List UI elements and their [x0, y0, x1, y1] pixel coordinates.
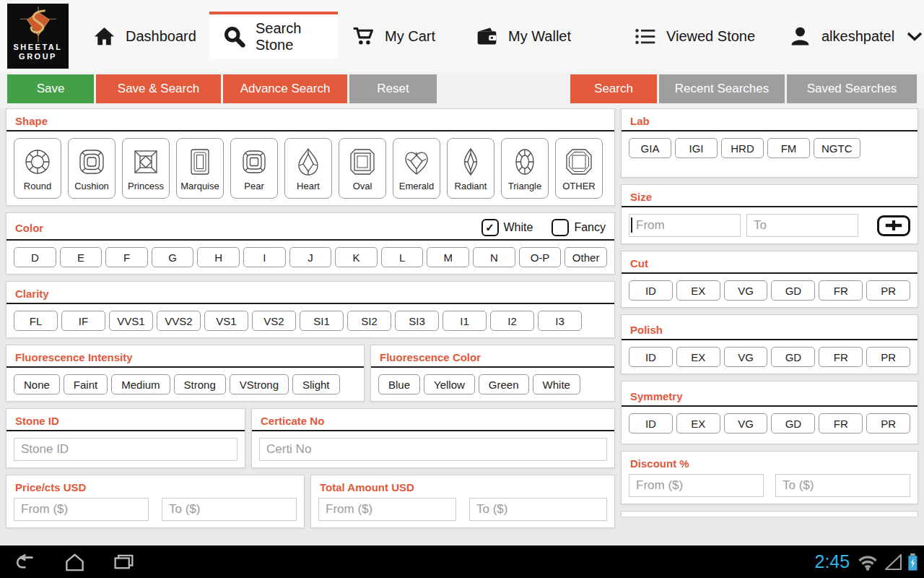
cut-option-button[interactable]: GD	[771, 280, 815, 301]
symmetry-option-button[interactable]: ID	[629, 413, 673, 434]
home-button[interactable]	[62, 551, 87, 573]
polish-option-button[interactable]: PR	[866, 347, 910, 367]
cut-option-button[interactable]: VG	[724, 280, 768, 301]
clarity-option-button[interactable]: VVS2	[157, 311, 201, 331]
fluorescence-color-button[interactable]: Yellow	[424, 374, 475, 394]
symmetry-option-button[interactable]: EX	[676, 413, 720, 434]
nav-item[interactable]: Dashboard	[92, 0, 196, 72]
lab-option-button[interactable]: HRD	[721, 138, 764, 158]
toolbar-button[interactable]: Save & Search	[96, 74, 221, 103]
fluorescence-color-button[interactable]: White	[533, 374, 580, 394]
clarity-option-button[interactable]: SI2	[347, 311, 391, 331]
cut-option-button[interactable]: PR	[866, 280, 910, 301]
shape-tile[interactable]: Princess	[122, 138, 170, 199]
discount-to-input[interactable]	[775, 474, 910, 497]
size-to-input[interactable]	[746, 214, 858, 237]
clarity-option-button[interactable]: IF	[61, 311, 105, 331]
back-button[interactable]	[13, 551, 38, 573]
clarity-option-button[interactable]: FL	[14, 311, 58, 331]
shape-tile[interactable]: Marquise	[176, 138, 224, 199]
polish-option-button[interactable]: VG	[724, 347, 768, 367]
symmetry-option-button[interactable]: VG	[724, 413, 768, 434]
cut-option-button[interactable]: ID	[629, 280, 673, 301]
polish-option-button[interactable]: GD	[771, 347, 815, 367]
shape-tile[interactable]: Triangle	[501, 138, 549, 199]
color-option-button[interactable]: F	[105, 247, 148, 267]
polish-option-button[interactable]: FR	[819, 347, 863, 367]
clarity-option-button[interactable]: I2	[490, 311, 534, 331]
shape-tile[interactable]: Round	[14, 138, 61, 199]
fluorescence-intensity-button[interactable]: None	[14, 374, 60, 394]
color-option-button[interactable]: K	[335, 247, 378, 267]
symmetry-option-button[interactable]: GD	[771, 413, 815, 434]
recent-apps-icon	[113, 553, 135, 571]
shape-tile[interactable]: Oval	[339, 138, 386, 199]
color-option-button[interactable]: L	[381, 247, 424, 267]
cut-option-button[interactable]: FR	[819, 280, 863, 301]
clarity-option-button[interactable]: SI3	[395, 311, 439, 331]
fluorescence-intensity-button[interactable]: VStrong	[230, 374, 289, 394]
color-type-checkbox[interactable]: Fancy	[552, 219, 606, 236]
lab-option-button[interactable]: FM	[767, 138, 810, 158]
color-option-button[interactable]: M	[427, 247, 469, 267]
shape-tile[interactable]: Cushion	[68, 138, 116, 199]
clarity-option-button[interactable]: VVS1	[109, 311, 153, 331]
color-option-button[interactable]: I	[243, 247, 286, 267]
color-option-button[interactable]: J	[289, 247, 332, 267]
toolbar-button[interactable]: Advance Search	[223, 74, 347, 103]
clarity-option-button[interactable]: I1	[443, 311, 487, 331]
color-type-checkbox[interactable]: White	[481, 219, 533, 236]
toolbar-button[interactable]: Saved Searches	[787, 74, 917, 103]
shape-tile[interactable]: Emerald	[393, 138, 440, 199]
color-option-button[interactable]: N	[473, 247, 515, 267]
discount-from-input[interactable]	[629, 474, 764, 497]
color-option-button[interactable]: O-P	[519, 247, 562, 267]
cut-option-button[interactable]: EX	[676, 280, 720, 301]
fluorescence-color-button[interactable]: Green	[479, 374, 529, 394]
color-option-button[interactable]: E	[60, 247, 103, 267]
shape-tile[interactable]: Radiant	[447, 138, 494, 199]
color-option-button[interactable]: D	[14, 247, 56, 267]
color-option-button[interactable]: Other	[565, 247, 607, 267]
shape-tile[interactable]: Heart	[284, 138, 332, 199]
color-option-button[interactable]: H	[197, 247, 240, 267]
fluorescence-intensity-button[interactable]: Strong	[174, 374, 226, 394]
clarity-option-button[interactable]: SI1	[300, 311, 344, 331]
color-option-button[interactable]: G	[152, 247, 194, 267]
lab-option-button[interactable]: IGI	[675, 138, 718, 158]
toolbar-button[interactable]: Recent Searches	[659, 74, 785, 103]
price-to-input[interactable]	[162, 498, 297, 521]
nav-item[interactable]: My Wallet	[475, 0, 571, 72]
fluorescence-color-button[interactable]: Blue	[378, 374, 420, 394]
certificate-no-input[interactable]	[259, 438, 607, 461]
polish-option-button[interactable]: EX	[676, 347, 720, 367]
symmetry-option-button[interactable]: PR	[866, 413, 910, 434]
fluorescence-intensity-button[interactable]: Slight	[292, 374, 340, 394]
nav-item[interactable]: My Cart	[352, 0, 435, 72]
lab-option-button[interactable]: GIA	[629, 138, 671, 158]
toolbar-button[interactable]: Reset	[349, 74, 437, 103]
recents-button[interactable]	[111, 551, 136, 573]
shape-tile[interactable]: Pear	[230, 138, 278, 199]
size-from-input[interactable]	[629, 214, 741, 237]
nav-item[interactable]: Search Stone	[209, 12, 338, 59]
toolbar-button[interactable]: Search	[570, 74, 657, 103]
price-from-input[interactable]	[14, 498, 149, 521]
nav-item[interactable]: alkeshpatel	[788, 0, 923, 72]
sheetal-group-logo[interactable]: SHEETAL GROUP	[7, 4, 69, 69]
stone-id-input[interactable]	[14, 438, 237, 461]
total-from-input[interactable]	[318, 498, 456, 521]
toolbar-button[interactable]: Save	[7, 74, 94, 103]
total-to-input[interactable]	[469, 498, 607, 521]
polish-option-button[interactable]: ID	[629, 347, 673, 367]
add-size-range-button[interactable]	[877, 215, 910, 236]
fluorescence-intensity-button[interactable]: Faint	[64, 374, 108, 394]
fluorescence-intensity-button[interactable]: Medium	[111, 374, 170, 394]
clarity-option-button[interactable]: VS2	[252, 311, 296, 331]
clarity-option-button[interactable]: I3	[538, 311, 582, 331]
lab-option-button[interactable]: NGTC	[814, 138, 860, 158]
clarity-option-button[interactable]: VS1	[204, 311, 248, 331]
nav-item[interactable]: Viewed Stone	[633, 0, 755, 72]
symmetry-option-button[interactable]: FR	[819, 413, 863, 434]
shape-tile[interactable]: OTHER	[555, 138, 603, 199]
